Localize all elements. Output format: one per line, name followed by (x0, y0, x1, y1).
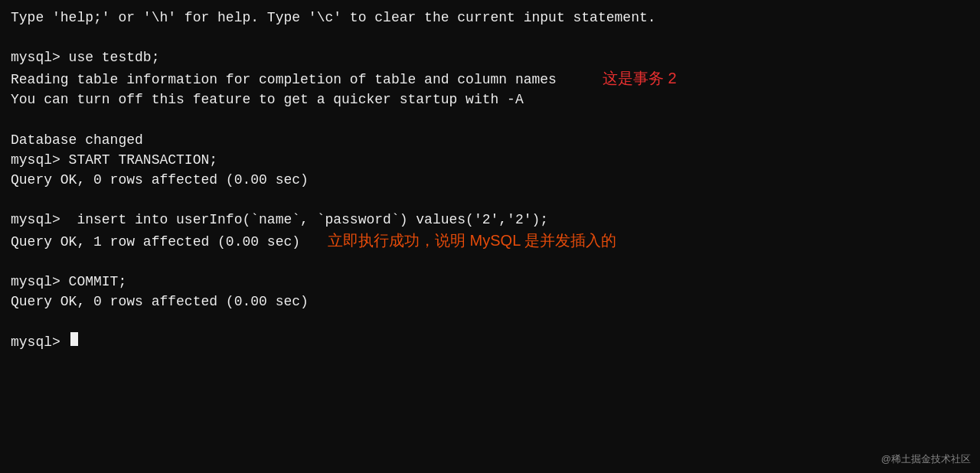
terminal-text: You can turn off this feature to get a q… (11, 90, 524, 109)
terminal-text (11, 312, 19, 331)
terminal-line: You can turn off this feature to get a q… (11, 90, 969, 109)
terminal-text: Database changed (11, 130, 143, 150)
terminal-text: mysql> insert into userInfo(`name`, `pas… (11, 210, 548, 230)
terminal-line-annotated: Reading table information for completion… (11, 67, 969, 90)
terminal-line (11, 28, 969, 47)
terminal-text: mysql> use testdb; (11, 47, 159, 67)
terminal-text (11, 252, 19, 272)
terminal-text: mysql> START TRANSACTION; (11, 150, 217, 170)
terminal-line (11, 252, 969, 272)
terminal-text (11, 109, 19, 129)
terminal-line: Query OK, 0 rows affected (0.00 sec) (11, 292, 969, 312)
annotation-transaction2: 这是事务 2 (603, 67, 677, 90)
watermark: @稀土掘金技术社区 (881, 452, 971, 467)
terminal-line (11, 109, 969, 129)
terminal-line (11, 190, 969, 210)
terminal-line: Database changed (11, 130, 969, 150)
terminal-text: Query OK, 0 rows affected (0.00 sec) (11, 170, 309, 190)
terminal-prompt: mysql> (11, 332, 69, 352)
terminal-line: mysql> use testdb; (11, 47, 969, 67)
terminal-text: mysql> COMMIT; (11, 272, 126, 292)
terminal-line: Query OK, 0 rows affected (0.00 sec) (11, 170, 969, 190)
terminal-text (11, 190, 19, 210)
terminal-text: Query OK, 1 row affected (0.00 sec) (11, 232, 300, 252)
terminal-cursor (70, 332, 78, 346)
terminal-text: Reading table information for completion… (11, 70, 557, 90)
terminal-line: mysql> START TRANSACTION; (11, 150, 969, 170)
terminal-line: mysql> COMMIT; (11, 272, 969, 292)
terminal-text (11, 28, 19, 47)
terminal-text: Type 'help;' or '\h' for help. Type '\c'… (11, 8, 656, 28)
terminal-prompt-line[interactable]: mysql> (11, 332, 969, 352)
terminal-line (11, 312, 969, 331)
terminal-line: Type 'help;' or '\h' for help. Type '\c'… (11, 8, 969, 28)
terminal-line-annotated: Query OK, 1 row affected (0.00 sec) 立即执行… (11, 230, 969, 252)
terminal-text: Query OK, 0 rows affected (0.00 sec) (11, 292, 309, 312)
annotation-concurrent-insert: 立即执行成功，说明 MySQL 是并发插入的 (328, 230, 616, 252)
terminal-window: Type 'help;' or '\h' for help. Type '\c'… (0, 0, 980, 473)
terminal-line: mysql> insert into userInfo(`name`, `pas… (11, 210, 969, 230)
